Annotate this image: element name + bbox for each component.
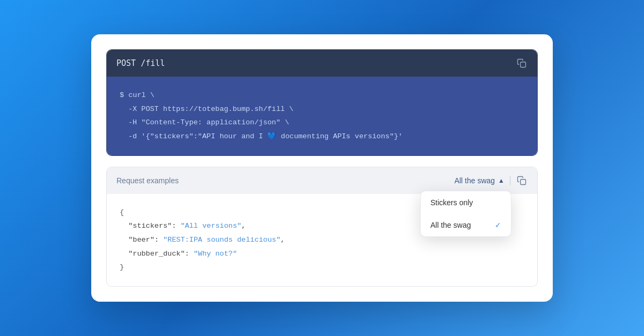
json-close-brace: }	[120, 263, 124, 271]
json-val-beer: "REST:IPA sounds delicious"	[163, 236, 281, 244]
check-mark-icon: ✓	[495, 221, 501, 229]
json-key-stickers: "stickers"	[128, 222, 172, 230]
request-copy-button[interactable]	[516, 175, 528, 186]
curl-header: POST /fill	[107, 50, 537, 77]
example-dropdown-trigger[interactable]: All the swag ▲	[455, 176, 504, 185]
json-val-stickers: "All versions"	[180, 222, 241, 230]
vertical-divider	[510, 176, 510, 185]
curl-line-1: $ curl \	[120, 88, 524, 102]
json-key-rubber-duck: "rubber_duck"	[128, 250, 185, 258]
request-section: Request examples All the swag ▲ Stickers…	[106, 167, 538, 287]
svg-rect-0	[521, 62, 526, 68]
request-section-title: Request examples	[116, 176, 179, 185]
svg-rect-1	[521, 179, 526, 184]
curl-code: $ curl \-X POST https://totebag.bump.sh/…	[120, 88, 524, 144]
example-dropdown-menu: Stickers only All the swag ✓	[420, 191, 511, 237]
curl-body: $ curl \-X POST https://totebag.bump.sh/…	[107, 77, 537, 155]
json-key-beer: "beer"	[128, 236, 155, 244]
dropdown-item-stickers-only[interactable]: Stickers only	[421, 191, 511, 214]
main-card: POST /fill $ curl \-X POST https://toteb…	[91, 34, 553, 302]
curl-section: POST /fill $ curl \-X POST https://toteb…	[106, 49, 538, 156]
copy-icon	[517, 58, 526, 68]
json-open-brace: {	[120, 208, 124, 216]
json-val-rubber-duck: "Why not?"	[194, 250, 237, 258]
copy-icon-2	[517, 176, 526, 185]
curl-line-2: -X POST https://totebag.bump.sh/fill \	[120, 102, 524, 116]
request-header-right: All the swag ▲	[455, 175, 528, 186]
dropdown-item-stickers-only-label: Stickers only	[430, 198, 473, 207]
dropdown-item-all-the-swag-label: All the swag	[430, 221, 471, 229]
selected-example-label: All the swag	[455, 176, 495, 185]
curl-title: POST /fill	[116, 58, 165, 68]
curl-copy-button[interactable]	[516, 57, 528, 69]
dropdown-item-all-the-swag[interactable]: All the swag ✓	[421, 214, 511, 236]
curl-line-3: -H "Content-Type: application/json" \	[120, 116, 524, 130]
chevron-up-icon: ▲	[498, 177, 504, 184]
curl-line-4: -d '{"stickers":"API hour and I 💙 docume…	[120, 130, 524, 144]
request-header: Request examples All the swag ▲	[107, 167, 537, 194]
